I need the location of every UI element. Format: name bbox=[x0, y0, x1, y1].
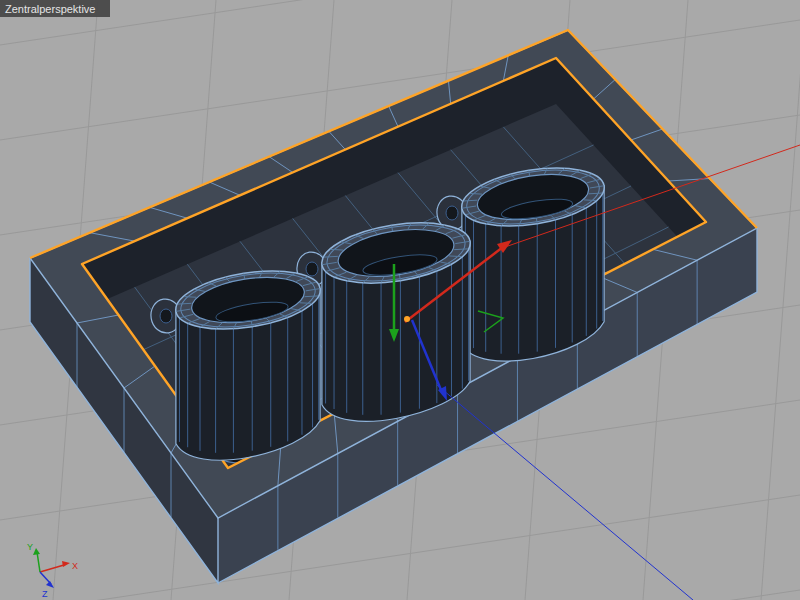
viewport-label-group: Zentralperspektive bbox=[0, 0, 110, 17]
3d-viewport[interactable]: X Y Z Zentralperspektive bbox=[0, 0, 800, 600]
viewport-canvas[interactable]: X Y Z Zentralperspektive bbox=[0, 0, 800, 600]
viewport-label: Zentralperspektive bbox=[5, 3, 96, 15]
axis-x-label: X bbox=[72, 561, 78, 571]
gizmo-origin-point[interactable] bbox=[404, 316, 410, 322]
axis-y-label: Y bbox=[27, 542, 33, 552]
axis-z-label: Z bbox=[42, 589, 48, 599]
